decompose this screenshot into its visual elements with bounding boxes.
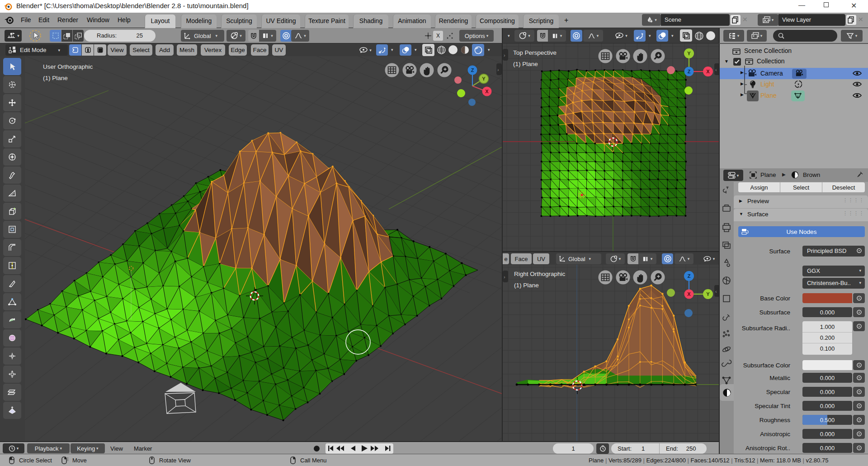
svg-text:User Orthographic: User Orthographic — [43, 63, 93, 70]
svg-text:‹: ‹ — [715, 289, 717, 294]
svg-text:Z: Z — [688, 273, 691, 279]
svg-text:Y: Y — [482, 76, 486, 81]
svg-text:Y: Y — [687, 51, 691, 56]
svg-text:Top Perspective: Top Perspective — [513, 49, 557, 56]
svg-text:›: › — [504, 274, 505, 280]
svg-text:Z: Z — [471, 67, 474, 73]
svg-text:X: X — [485, 89, 489, 94]
svg-text:(1) Plane: (1) Plane — [43, 75, 68, 81]
svg-text:(1) Plane: (1) Plane — [514, 282, 539, 289]
svg-text:X: X — [687, 291, 691, 297]
svg-text:Right Orthographic: Right Orthographic — [514, 271, 566, 277]
svg-text:Z: Z — [688, 69, 691, 74]
svg-text:X: X — [706, 69, 710, 74]
svg-text:‹: ‹ — [715, 67, 717, 72]
svg-text:Y: Y — [706, 291, 710, 297]
svg-text:›: › — [504, 52, 505, 58]
svg-text:›: › — [497, 67, 499, 72]
svg-text:(1) Plane: (1) Plane — [513, 61, 538, 67]
